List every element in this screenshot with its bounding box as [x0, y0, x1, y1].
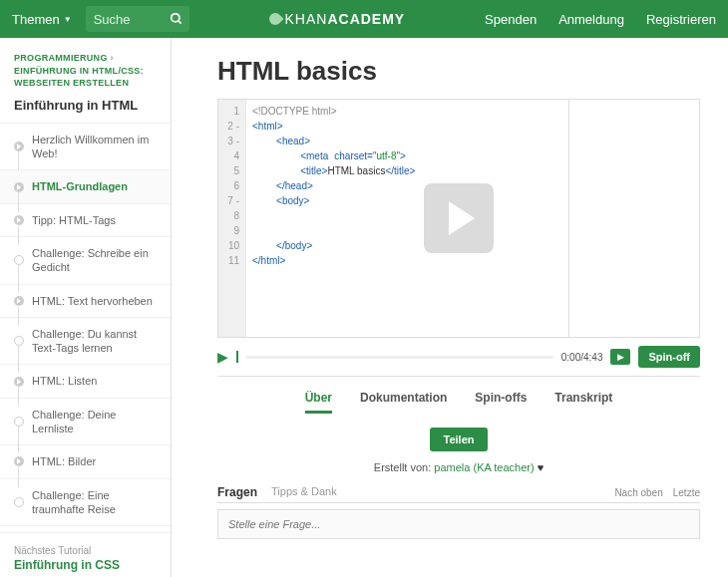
gutter-line: 1	[218, 104, 239, 119]
brand-logo[interactable]: KHANACADEMY	[189, 11, 485, 27]
star-icon	[14, 497, 24, 507]
qa-header: Fragen Tipps & Dank Nach oben Letzte	[217, 485, 700, 503]
lesson-list: Herzlich Willkommen im Web!HTML-Grundlag…	[0, 123, 171, 526]
gutter-line: 2 -	[218, 119, 239, 134]
tab-transcript[interactable]: Transkript	[554, 391, 612, 414]
page-title: HTML basics	[217, 56, 700, 87]
next-tutorial[interactable]: Nächstes Tutorial Einführung in CSS	[0, 532, 171, 577]
play-icon	[14, 456, 24, 466]
star-icon	[14, 336, 24, 346]
lesson-label: HTML: Bilder	[32, 454, 96, 468]
gutter-line: 4	[218, 148, 239, 163]
lesson-label: Challenge: Du kannst Text-Tags lernen	[32, 327, 157, 356]
share-row: Teilen	[217, 424, 700, 461]
tab-docs[interactable]: Dokumentation	[360, 391, 447, 414]
play-icon	[14, 182, 24, 192]
lesson-label: HTML: Listen	[32, 374, 97, 388]
svg-point-0	[171, 14, 179, 22]
play-button[interactable]: ▶	[217, 349, 228, 365]
search-box	[86, 6, 189, 32]
nav-login[interactable]: Anmeldung	[558, 12, 624, 27]
content-tabs: Über Dokumentation Spin-offs Transkript	[217, 377, 700, 424]
breadcrumb-1[interactable]: PROGRAMMIERUNG	[14, 53, 108, 63]
tab-about[interactable]: Über	[305, 391, 332, 414]
share-button[interactable]: Teilen	[430, 428, 489, 451]
themes-label: Themen	[12, 12, 60, 27]
list-item[interactable]: HTML: Listen	[0, 365, 171, 398]
qa-sort-recent[interactable]: Letzte	[673, 487, 700, 498]
progress-thumb[interactable]	[236, 351, 238, 363]
list-item[interactable]: Challenge: Schreibe ein Gedicht	[0, 237, 171, 285]
sidebar-heading: Einführung in HTML	[0, 90, 171, 123]
lesson-label: Tipp: HTML-Tags	[32, 213, 116, 227]
tab-spinoffs[interactable]: Spin-offs	[475, 391, 527, 414]
play-icon	[14, 215, 24, 225]
lesson-label: Challenge: Deine Lernliste	[32, 408, 157, 436]
speed-button[interactable]: ▶	[610, 349, 630, 365]
gutter-line: 11	[218, 253, 239, 268]
code-editor[interactable]: 12 -3 -4567 -891011 <!DOCTYPE html> <htm…	[217, 99, 700, 338]
qa-sort-top[interactable]: Nach oben	[614, 487, 662, 498]
qa-tab-tips[interactable]: Tipps & Dank	[271, 485, 337, 499]
header-nav: Spenden Anmeldung Registrieren	[485, 12, 716, 27]
svg-line-1	[178, 21, 181, 24]
author-link[interactable]: pamela (KA teacher)	[434, 461, 534, 473]
list-item[interactable]: HTML: Text hervorheben	[0, 285, 171, 318]
play-icon	[14, 142, 24, 151]
lesson-label: HTML: Text hervorheben	[32, 294, 153, 308]
leaf-icon	[266, 11, 283, 28]
lesson-label: HTML-Grundlagen	[32, 179, 128, 193]
list-item[interactable]: Herzlich Willkommen im Web!	[0, 124, 171, 171]
gutter-line: 10	[218, 238, 239, 253]
star-icon	[14, 417, 24, 427]
chevron-down-icon: ▼	[64, 15, 72, 24]
breadcrumb: PROGRAMMIERUNG › EINFÜHRUNG IN HTML/CSS:…	[0, 52, 171, 90]
time-display: 0:00/4:43	[561, 352, 603, 363]
lesson-label: Herzlich Willkommen im Web!	[32, 133, 157, 161]
gutter-line: 8	[218, 208, 239, 223]
gutter-line: 5	[218, 163, 239, 178]
list-item[interactable]: HTML-Grundlagen	[0, 170, 171, 203]
gutter-line: 7 -	[218, 193, 239, 208]
list-item[interactable]: Tipp: HTML-Tags	[0, 204, 171, 237]
nav-register[interactable]: Registrieren	[646, 12, 716, 27]
play-icon	[14, 296, 24, 306]
question-input[interactable]	[217, 509, 700, 539]
editor-divider	[568, 100, 569, 337]
nav-donate[interactable]: Spenden	[485, 12, 537, 27]
video-controls: ▶ 0:00/4:43 ▶ Spin-off	[217, 338, 700, 377]
sidebar: PROGRAMMIERUNG › EINFÜHRUNG IN HTML/CSS:…	[0, 38, 172, 577]
search-icon	[170, 12, 183, 26]
spinoff-button[interactable]: Spin-off	[638, 346, 700, 368]
themes-dropdown[interactable]: Themen ▼	[12, 12, 72, 27]
app-header: Themen ▼ KHANACADEMY Spenden Anmeldung R…	[0, 0, 728, 38]
main-content: HTML basics 12 -3 -4567 -891011 <!DOCTYP…	[172, 38, 728, 577]
next-tutorial-label: Nächstes Tutorial	[14, 545, 157, 556]
next-tutorial-title: Einführung in CSS	[14, 558, 157, 572]
list-item[interactable]: Challenge: Eine traumhafte Reise	[0, 479, 171, 527]
qa-tab-questions[interactable]: Fragen	[217, 485, 257, 499]
gutter-line: 6	[218, 178, 239, 193]
list-item[interactable]: Challenge: Deine Lernliste	[0, 399, 171, 446]
gutter-line: 9	[218, 223, 239, 238]
breadcrumb-2[interactable]: EINFÜHRUNG IN HTML/CSS: WEBSEITEN ERSTEL…	[14, 66, 144, 89]
star-icon	[14, 255, 24, 265]
author-line: Erstellt von: pamela (KA teacher) ♥	[217, 461, 700, 485]
search-button[interactable]	[164, 6, 189, 32]
list-item[interactable]: HTML: Bilder	[0, 445, 171, 478]
progress-track[interactable]	[246, 356, 553, 359]
play-icon	[14, 377, 24, 387]
heart-icon[interactable]: ♥	[538, 461, 545, 473]
play-overlay-icon[interactable]	[424, 183, 494, 253]
gutter-line: 3 -	[218, 134, 239, 148]
list-item[interactable]: Challenge: Du kannst Text-Tags lernen	[0, 318, 171, 366]
lesson-label: Challenge: Schreibe ein Gedicht	[32, 246, 157, 275]
lesson-label: Challenge: Eine traumhafte Reise	[32, 488, 157, 517]
search-input[interactable]	[86, 12, 164, 27]
editor-gutter: 12 -3 -4567 -891011	[218, 100, 246, 337]
